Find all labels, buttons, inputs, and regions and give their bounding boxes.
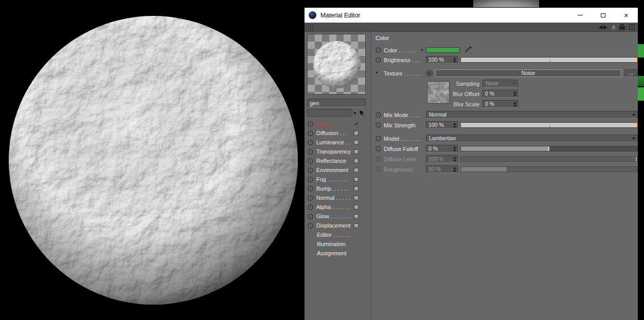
stepper[interactable] <box>453 123 456 128</box>
keyframe-circle[interactable] <box>308 177 313 182</box>
diffuse-falloff-spinbox[interactable]: 0 % <box>426 145 458 153</box>
stepper[interactable] <box>453 58 456 63</box>
channel-label[interactable]: Fog . . . . . . . <box>316 176 354 182</box>
model-dropdown[interactable]: Lambertian <box>426 135 638 142</box>
letter-a-icon[interactable]: A <box>612 24 616 30</box>
blur-scale-value[interactable]: 0 % <box>483 101 517 107</box>
diffuse-falloff-slider[interactable] <box>460 146 638 152</box>
channel-label[interactable]: Environment <box>316 167 354 173</box>
keyframe-circle[interactable] <box>375 112 381 118</box>
channel-checkbox[interactable] <box>354 196 359 200</box>
keyframe-circle[interactable] <box>375 57 381 63</box>
channel-row-reflectance[interactable]: Reflectance <box>305 156 371 165</box>
channel-checkbox[interactable] <box>354 214 359 219</box>
channel-row-environment[interactable]: Environment <box>305 165 371 175</box>
stepper[interactable] <box>513 91 516 97</box>
channel-row-luminance[interactable]: Luminance . . <box>305 138 371 147</box>
channel-row-transparency[interactable]: Transparency <box>305 147 371 156</box>
blur-offset-spinbox[interactable]: 0 % <box>482 90 518 98</box>
channel-label[interactable]: Diffusion . . . <box>316 130 354 136</box>
channel-checkbox[interactable] <box>354 186 359 191</box>
close-button[interactable]: × <box>615 8 638 23</box>
spin-up-icon[interactable] <box>453 123 456 125</box>
nav-forward-icon[interactable]: ▶ <box>603 25 608 30</box>
keyframe-circle[interactable] <box>308 140 313 145</box>
color-swatch[interactable] <box>426 47 460 53</box>
keyframe-circle[interactable] <box>308 223 313 229</box>
keyframe-circle[interactable] <box>308 167 313 173</box>
preview-mode-field[interactable] <box>307 109 352 117</box>
channel-label[interactable]: Color. . . . . . <box>316 121 353 127</box>
channel-label[interactable]: Displacement <box>316 222 354 229</box>
spin-up-icon[interactable] <box>513 91 516 93</box>
expander-triangle-icon[interactable] <box>376 71 378 73</box>
spin-down-icon[interactable] <box>513 95 516 97</box>
channel-checkbox[interactable] <box>354 177 359 182</box>
pick-button[interactable] <box>358 109 366 117</box>
keyframe-circle[interactable] <box>375 136 381 141</box>
spin-up-icon[interactable] <box>453 146 456 148</box>
channel-row-color[interactable]: Color. . . . . . ✓ <box>305 119 371 128</box>
nav-back-icon[interactable]: ◀ <box>598 25 603 30</box>
brightness-slider[interactable] <box>460 57 638 63</box>
channel-row-normal[interactable]: Normal . . . . . <box>305 193 371 202</box>
spin-down-icon[interactable] <box>453 61 456 63</box>
channel-label[interactable]: Glow . . . . . . . <box>316 213 354 219</box>
spin-up-icon[interactable] <box>513 102 516 104</box>
channel-row-glow[interactable]: Glow . . . . . . . <box>305 212 371 221</box>
texture-shader-button[interactable]: Noise <box>435 69 621 77</box>
page-item-assignment[interactable]: Assignment <box>305 249 371 258</box>
channel-row-fog[interactable]: Fog . . . . . . . <box>305 175 371 184</box>
channel-label[interactable]: Luminance . . <box>316 139 354 145</box>
titlebar[interactable]: Material Editor × <box>305 8 638 23</box>
channel-row-diffusion[interactable]: Diffusion . . . <box>305 128 371 138</box>
texture-preset-button[interactable] <box>426 70 433 77</box>
diffuse-falloff-value[interactable]: 0 % <box>426 145 457 152</box>
mix-strength-slider[interactable] <box>460 122 638 128</box>
channel-row-alpha[interactable]: Alpha . . . . . . <box>305 202 371 212</box>
mix-strength-value[interactable]: 100 % <box>426 122 457 128</box>
slider-handle[interactable] <box>636 58 637 62</box>
keyframe-circle[interactable] <box>375 47 381 53</box>
channel-row-bump[interactable]: Bump. . . . . . <box>305 184 371 193</box>
channel-checkbox[interactable] <box>354 159 359 163</box>
channel-label[interactable]: Normal . . . . . <box>316 195 354 201</box>
channel-checkbox[interactable] <box>354 149 359 154</box>
preview-preset-button[interactable] <box>352 109 358 117</box>
keyframe-circle[interactable] <box>308 130 313 136</box>
spin-up-icon[interactable] <box>453 58 456 60</box>
slider-handle[interactable] <box>636 123 637 127</box>
add-box-icon[interactable]: + <box>629 24 635 30</box>
channel-checkbox[interactable] <box>354 140 359 145</box>
keyframe-circle[interactable] <box>308 186 313 192</box>
channel-row-displacement[interactable]: Displacement <box>305 221 371 230</box>
channel-checkbox[interactable] <box>354 205 359 210</box>
channel-checkbox[interactable] <box>354 131 359 136</box>
keyframe-circle[interactable] <box>308 195 313 201</box>
blur-scale-spinbox[interactable]: 0 % <box>482 100 518 108</box>
channel-checkbox[interactable] <box>354 168 359 173</box>
spin-down-icon[interactable] <box>513 105 516 107</box>
texture-browse-button[interactable]: ... <box>624 69 637 77</box>
maximize-button[interactable] <box>592 8 615 23</box>
stepper[interactable] <box>453 146 456 152</box>
brightness-spinbox[interactable]: 100 % <box>426 56 458 64</box>
keyframe-circle[interactable] <box>308 121 313 127</box>
material-name-input[interactable] <box>307 99 366 107</box>
eyedropper-icon[interactable] <box>464 46 472 55</box>
lock-icon[interactable] <box>619 24 625 30</box>
keyframe-circle[interactable] <box>308 204 313 210</box>
color-expand-arrow-icon[interactable] <box>421 49 423 51</box>
mix-strength-spinbox[interactable]: 100 % <box>426 121 458 129</box>
toolbar-grip[interactable] <box>306 24 313 31</box>
slider-handle[interactable] <box>548 146 549 151</box>
minimize-button[interactable] <box>568 8 592 23</box>
keyframe-circle[interactable] <box>308 149 313 155</box>
mix-mode-dropdown[interactable]: Normal <box>426 111 638 119</box>
brightness-value[interactable]: 100 % <box>426 57 457 63</box>
stepper[interactable] <box>513 102 516 107</box>
channel-label[interactable]: Reflectance <box>316 158 354 164</box>
spin-down-icon[interactable] <box>453 126 456 128</box>
blur-offset-value[interactable]: 0 % <box>483 90 517 97</box>
channel-label[interactable]: Transparency <box>316 148 354 155</box>
